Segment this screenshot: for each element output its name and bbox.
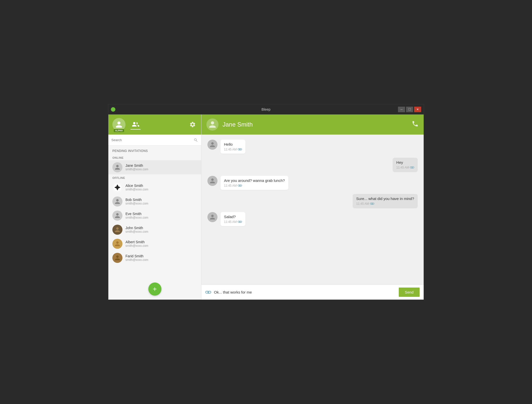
minimize-button[interactable]: ─ bbox=[398, 107, 405, 112]
chat-messages: Hello 11:45 AM 🔗 Hey 11:45 AM 🔗 bbox=[201, 135, 424, 285]
contacts-icon bbox=[131, 121, 140, 128]
msg-bubble-5: Salad? 11:45 AM 🔗 bbox=[220, 212, 245, 226]
search-bar bbox=[108, 135, 201, 146]
contact-info-eve: Eve Smith smith@xxxx.com bbox=[125, 212, 197, 219]
msg-time-3: 11:45 AM bbox=[224, 184, 237, 187]
msg-avatar-5 bbox=[207, 212, 217, 222]
user-icon bbox=[115, 121, 123, 128]
msg-time-4: 11:45 AM bbox=[356, 202, 369, 206]
msg-avatar-1 bbox=[207, 140, 217, 150]
person-icon-john bbox=[114, 227, 120, 233]
person-icon-albert bbox=[114, 241, 120, 247]
msg-time-5: 11:45 AM bbox=[224, 220, 237, 224]
msg-meta-5: 11:45 AM 🔗 bbox=[224, 220, 242, 224]
person-icon-bob bbox=[114, 198, 120, 205]
send-button[interactable]: Send bbox=[399, 288, 420, 297]
chat-panel: Jane Smith Hello bbox=[201, 114, 424, 300]
contact-avatar-bob bbox=[112, 196, 122, 207]
contact-avatar-jane bbox=[112, 162, 122, 172]
contacts-list: PENDING INVITATIONS ONLINE Jane Smith sm… bbox=[108, 146, 201, 279]
person-icon bbox=[114, 164, 120, 170]
contacts-tab[interactable] bbox=[130, 119, 141, 130]
contact-info-bob: Bob Smith smith@xxxx.com bbox=[125, 198, 197, 205]
call-button[interactable] bbox=[412, 120, 419, 129]
chat-avatar-icon bbox=[208, 120, 216, 129]
message-row-1: Hello 11:45 AM 🔗 bbox=[207, 140, 418, 154]
contact-email-bob: smith@xxxx.com bbox=[125, 202, 197, 205]
contact-name-john: John Smith bbox=[125, 226, 197, 230]
contact-info-john: John Smith smith@xxxx.com bbox=[125, 226, 197, 233]
message-row-4: Sure... what did you have in mind? 11:45… bbox=[207, 194, 418, 208]
search-input[interactable] bbox=[111, 138, 194, 142]
sidebar-header: ALPHA bbox=[108, 114, 201, 135]
app-title: Bleep bbox=[261, 107, 271, 111]
msg-meta-3: 11:45 AM 🔗 bbox=[224, 184, 285, 187]
contact-info-alice: Alice Smith smith@xxxx.com bbox=[125, 184, 197, 191]
contact-avatar-albert bbox=[112, 239, 122, 249]
message-row-3: Are you around? wanna grab lunch? 11:45 … bbox=[207, 176, 418, 190]
contact-avatar-alice bbox=[112, 182, 122, 192]
contact-name-albert: Albert Smith bbox=[125, 240, 197, 244]
contact-email-farid: smith@xxxx.com bbox=[125, 258, 197, 262]
contact-item-albert[interactable]: Albert Smith smith@xxxx.com bbox=[108, 237, 201, 251]
contact-email-eve: smith@xxxx.com bbox=[125, 216, 197, 219]
settings-button[interactable] bbox=[188, 120, 197, 129]
link-icon-3: 🔗 bbox=[237, 183, 243, 188]
chat-input[interactable] bbox=[214, 290, 396, 294]
message-row-2: Hey 11:45 AM 🔗 bbox=[207, 158, 418, 172]
title-bar: Bleep ─ ☐ ✕ bbox=[108, 104, 424, 114]
contact-item-eve[interactable]: Eve Smith smith@xxxx.com bbox=[108, 209, 201, 223]
app-window: Bleep ─ ☐ ✕ ALPHA bbox=[108, 104, 424, 300]
contact-item-bob[interactable]: Bob Smith smith@xxxx.com bbox=[108, 194, 201, 209]
contact-email-jane: smith@xxxx.com bbox=[125, 168, 197, 171]
msg-bubble-1: Hello 11:45 AM 🔗 bbox=[220, 140, 245, 154]
settings-icon bbox=[189, 121, 196, 128]
person-icon-farid bbox=[114, 255, 120, 261]
contact-email-john: smith@xxxx.com bbox=[125, 230, 197, 233]
msg-bubble-2: Hey 11:45 AM 🔗 bbox=[393, 158, 418, 172]
chat-input-area: 🔗 Send bbox=[201, 285, 424, 300]
contact-name-farid: Farid Smith bbox=[125, 254, 197, 258]
msg-avatar-3 bbox=[207, 176, 217, 186]
contact-name-bob: Bob Smith bbox=[125, 198, 197, 202]
person-icon-msg1 bbox=[209, 142, 215, 148]
person-icon-msg5 bbox=[209, 214, 215, 220]
user-avatar[interactable]: ALPHA bbox=[112, 118, 125, 131]
chat-header-name: Jane Smith bbox=[223, 121, 408, 128]
msg-meta-1: 11:45 AM 🔗 bbox=[224, 147, 242, 151]
contact-info-farid: Farid Smith smith@xxxx.com bbox=[125, 254, 197, 262]
main-content: ALPHA bbox=[108, 114, 424, 300]
alpha-badge: ALPHA bbox=[114, 129, 124, 132]
phone-icon bbox=[412, 120, 419, 127]
offline-label: OFFLINE bbox=[108, 174, 201, 180]
maximize-button[interactable]: ☐ bbox=[406, 107, 413, 112]
contact-info-jane: Jane Smith smith@xxxx.com bbox=[125, 164, 197, 171]
search-icon bbox=[194, 138, 198, 142]
contact-item-jane[interactable]: Jane Smith smith@xxxx.com bbox=[108, 160, 201, 174]
contact-name-eve: Eve Smith bbox=[125, 212, 197, 216]
contact-avatar-farid bbox=[112, 253, 122, 263]
contact-item-alice[interactable]: Alice Smith smith@xxxx.com bbox=[108, 180, 201, 194]
online-label: ONLINE bbox=[108, 154, 201, 160]
contact-item-farid[interactable]: Farid Smith smith@xxxx.com bbox=[108, 251, 201, 265]
contact-item-john[interactable]: John Smith smith@xxxx.com bbox=[108, 223, 201, 237]
chat-header-avatar bbox=[206, 118, 218, 131]
msg-text-2: Hey bbox=[396, 160, 414, 165]
attach-icon: 🔗 bbox=[204, 288, 212, 296]
contact-info-albert: Albert Smith smith@xxxx.com bbox=[125, 240, 197, 248]
contact-avatar-john bbox=[112, 225, 122, 235]
person-icon-eve bbox=[114, 213, 120, 219]
msg-bubble-4: Sure... what did you have in mind? 11:45… bbox=[353, 194, 418, 208]
link-icon-2: 🔗 bbox=[409, 165, 415, 170]
chat-header: Jane Smith bbox=[201, 114, 424, 135]
msg-text-1: Hello bbox=[224, 142, 242, 146]
msg-meta-2: 11:45 AM 🔗 bbox=[396, 166, 414, 169]
link-icon-1: 🔗 bbox=[237, 147, 243, 152]
traffic-light-green[interactable] bbox=[111, 107, 115, 112]
contact-email-albert: smith@xxxx.com bbox=[125, 244, 197, 248]
pending-invitations-link[interactable]: PENDING INVITATIONS bbox=[108, 148, 201, 154]
close-button[interactable]: ✕ bbox=[414, 107, 421, 112]
msg-text-3: Are you around? wanna grab lunch? bbox=[224, 178, 285, 183]
add-contact-button[interactable]: + bbox=[148, 282, 161, 296]
message-row-5: Salad? 11:45 AM 🔗 bbox=[207, 212, 418, 226]
